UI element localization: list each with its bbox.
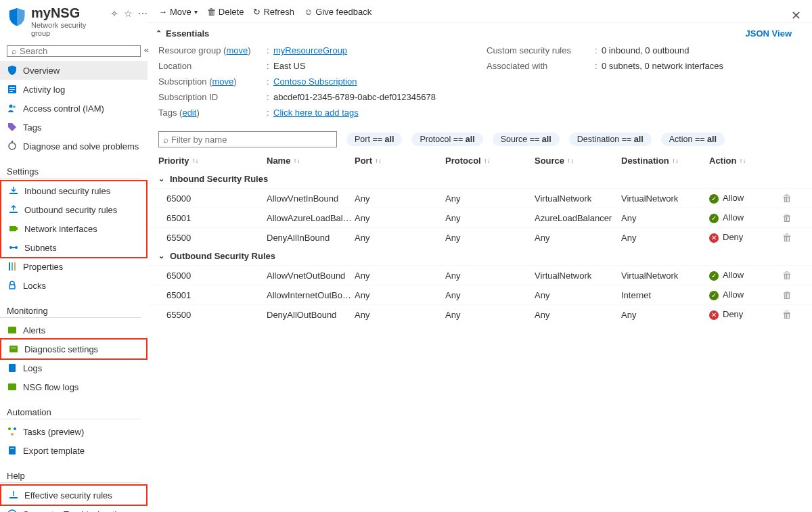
table-row[interactable]: 65500DenyAllInBoundAnyAnyAnyAny✕Deny🗑 [148,227,812,247]
sidebar-item-logs[interactable]: Logs [0,358,148,377]
rule-group-header[interactable]: ⌄Inbound Security Rules [148,170,812,188]
sidebar-item-label: Network interfaces [24,224,97,234]
essentials-value[interactable]: Click here to add tags [273,108,359,118]
sidebar-item-inbound[interactable]: Inbound security rules [1,181,146,200]
col-source[interactable]: Source↑↓ [535,156,621,166]
trash-icon[interactable]: 🗑 [782,309,792,320]
sidebar-item-label: Inbound security rules [24,186,110,196]
table-row[interactable]: 65500DenyAllOutBoundAnyAnyAnyAny✕Deny🗑 [148,304,812,324]
allow-icon: ✓ [709,194,719,204]
svg-rect-8 [9,193,18,194]
table-row[interactable]: 65001AllowAzureLoadBalanc…AnyAnyAzureLoa… [148,208,812,227]
essentials-value[interactable]: Contoso Subscription [273,76,357,87]
sidebar-item-properties[interactable]: Properties [0,257,148,276]
sidebar-item-activity[interactable]: Activity log [0,80,148,99]
iam-icon [7,103,18,114]
trash-icon[interactable]: 🗑 [782,193,792,204]
feedback-button[interactable]: ☺Give feedback [304,7,371,17]
refresh-button[interactable]: ↻Refresh [253,7,294,17]
col-destination[interactable]: Destination↑↓ [621,156,709,166]
search-input[interactable] [20,46,136,56]
filter-pill-source[interactable]: Source == all [493,133,560,146]
more-icon[interactable]: ⋯ [138,8,148,19]
allow-icon: ✓ [709,291,719,300]
feedback-icon: ☺ [304,7,313,17]
table-header: Priority↑↓ Name↑↓ Port↑↓ Protocol↑↓ Sour… [148,152,812,170]
subnets-icon [8,242,19,253]
sidebar-item-subnets[interactable]: Subnets [1,238,146,257]
filter-bar: ⌕ Port == allProtocol == allSource == al… [148,127,812,152]
filter-pill-protocol[interactable]: Protocol == all [411,133,482,146]
col-port[interactable]: Port↑↓ [355,156,445,166]
json-view-link[interactable]: JSON View [746,28,792,39]
delete-button[interactable]: 🗑Delete [207,7,244,17]
rule-group-header[interactable]: ⌄Outbound Security Rules [148,247,812,265]
svg-rect-2 [9,89,15,90]
table-row[interactable]: 65000AllowVnetInBoundAnyAnyVirtualNetwor… [148,188,812,208]
sidebar-item-flow[interactable]: NSG flow logs [0,377,148,396]
trash-icon[interactable]: 🗑 [782,289,792,300]
svg-rect-29 [9,497,18,498]
sidebar-item-diagnose[interactable]: Diagnose and solve problems [0,137,148,156]
alerts-icon [7,325,18,335]
sidebar-item-diag[interactable]: Diagnostic settings [1,340,146,358]
svg-rect-22 [9,364,16,372]
svg-point-25 [14,427,16,430]
move-link[interactable]: move [212,76,233,87]
sidebar-item-alerts[interactable]: Alerts [0,321,148,340]
sidebar-item-label: Logs [23,363,42,373]
filter-pill-port[interactable]: Port == all [346,133,402,146]
essentials-header[interactable]: ⌃ Essentials JSON View [148,23,812,43]
sidebar-item-label: Activity log [23,85,65,95]
col-protocol[interactable]: Protocol↑↓ [445,156,535,166]
support-icon: ? [7,509,18,512]
sidebar-item-support[interactable]: ?Support + Troubleshooting [0,505,148,512]
table-row[interactable]: 65000AllowVnetOutBoundAnyAnyVirtualNetwo… [148,265,812,285]
filter-input[interactable]: ⌕ [158,131,337,147]
filter-pill-destination[interactable]: Destination == all [569,133,652,146]
table-row[interactable]: 65001AllowInternetOutBoundAnyAnyAnyInter… [148,285,812,304]
col-action[interactable]: Action↑↓ [709,156,782,166]
sidebar-item-label: Overview [23,66,60,76]
pin-icon[interactable]: ✧ [110,8,118,19]
star-icon[interactable]: ☆ [124,8,133,19]
shield-icon [7,7,27,27]
trash-icon[interactable]: 🗑 [782,212,792,223]
essentials-value[interactable]: myResourceGroup [273,45,347,55]
move-link[interactable]: move [226,45,248,55]
move-icon: → [158,7,167,17]
col-name[interactable]: Name↑↓ [267,156,355,166]
trash-icon[interactable]: 🗑 [782,232,792,243]
sidebar-search[interactable]: ⌕ [7,45,141,57]
diagnose-icon [7,141,18,152]
filter-pill-action[interactable]: Action == all [661,133,725,146]
sidebar-item-nic[interactable]: Network interfaces [1,219,146,238]
deny-icon: ✕ [709,310,719,320]
sidebar-item-overview[interactable]: Overview [0,61,148,80]
resource-type-label: Network security group [31,21,105,37]
sidebar-item-locks[interactable]: Locks [0,276,148,295]
sidebar-item-tags[interactable]: Tags [0,118,148,137]
svg-rect-28 [10,448,14,449]
collapse-sidebar-icon[interactable]: « [144,45,149,55]
sidebar-item-tasks[interactable]: Tasks (preview) [0,422,148,441]
svg-rect-1 [9,87,15,88]
trash-icon[interactable]: 🗑 [782,270,792,281]
col-priority[interactable]: Priority↑↓ [158,156,267,166]
essentials-label: Essentials [166,28,209,39]
sidebar-item-iam[interactable]: Access control (IAM) [0,99,148,118]
refresh-icon: ↻ [253,7,261,17]
sidebar-item-export[interactable]: Export template [0,441,148,460]
search-icon: ⌕ [12,46,17,56]
sidebar-item-outbound[interactable]: Outbound security rules [1,200,146,219]
deny-icon: ✕ [709,233,719,243]
flow-icon [7,381,18,392]
sidebar-item-label: Diagnostic settings [24,344,98,354]
sidebar-item-label: Properties [23,262,63,272]
sidebar-item-effective[interactable]: Effective security rules [1,486,146,505]
close-icon[interactable]: ✕ [791,8,801,23]
activity-icon [7,84,18,95]
move-link[interactable]: edit [182,108,196,118]
svg-rect-10 [9,226,16,231]
move-button[interactable]: →Move▾ [158,7,198,17]
